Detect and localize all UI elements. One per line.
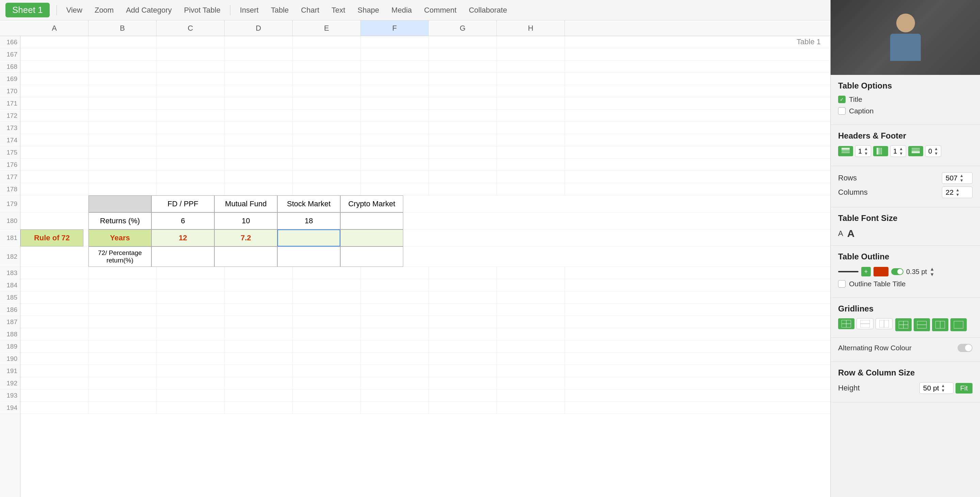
cell-189-h[interactable] [497,341,565,353]
table-header-mutualfund[interactable]: Mutual Fund [215,195,277,212]
empty-row-176[interactable] [21,159,830,171]
outline-weight-arrows[interactable]: ▲▼ [930,266,934,277]
cell-184-a[interactable] [21,279,89,292]
title-checkbox[interactable]: ✓ [838,96,846,103]
caption-checkbox[interactable] [838,107,846,115]
cell-169-c[interactable] [156,73,224,85]
cell-190-g[interactable] [429,353,497,365]
cell-184-f[interactable] [361,279,429,292]
table-formula-crypto[interactable] [340,247,403,267]
cell-184-h[interactable] [497,279,565,292]
cell-176-b[interactable] [89,159,156,171]
cell-168-h[interactable] [497,61,565,73]
cell-178-f[interactable] [361,183,429,195]
cell-167-h[interactable] [497,48,565,61]
height-value-box[interactable]: 50 pt ▲▼ [920,382,953,394]
footer-rows-value-box[interactable]: 0 ▲▼ [925,145,941,157]
cell-189-c[interactable] [156,341,224,353]
height-arrows[interactable]: ▲▼ [941,383,945,393]
cell-188-d[interactable] [224,328,293,341]
cell-174-c[interactable] [156,134,224,147]
cell-167-a[interactable] [21,48,89,61]
footer-rows-arrows[interactable]: ▲▼ [934,147,938,156]
cell-167-f[interactable] [361,48,429,61]
cell-189-e[interactable] [293,341,361,353]
table-returns-crypto[interactable] [340,212,403,229]
empty-row-174[interactable] [21,134,830,147]
cell-193-d[interactable] [224,389,293,402]
cell-176-f[interactable] [361,159,429,171]
cell-166-c[interactable] [156,36,224,48]
cell-175-d[interactable] [224,147,293,159]
data-row-179[interactable]: FD / PPF Mutual Fund Stock Market Crypto… [21,195,830,212]
cell-189-b[interactable] [89,341,156,353]
cell-187-a[interactable] [21,316,89,328]
table-header-cryptomarket[interactable]: Crypto Market [340,195,403,212]
cell-185-c[interactable] [156,292,224,304]
gl-all-btn[interactable] [838,318,854,329]
font-large-a[interactable]: A [847,228,855,239]
cell-178-h[interactable] [497,183,565,195]
gl-inner-v-btn[interactable] [932,318,948,331]
table-returns-stock[interactable]: 18 [277,212,340,229]
cell-187-e[interactable] [293,316,361,328]
cell-178-g[interactable] [429,183,497,195]
cell-189-f[interactable] [361,341,429,353]
cell-186-b[interactable] [89,304,156,316]
cell-172-h[interactable] [497,110,565,122]
cell-183-g[interactable] [429,267,497,279]
cell-166-d[interactable] [224,36,293,48]
cell-194-e[interactable] [293,402,361,414]
cell-177-a[interactable] [21,171,89,183]
cell-166-e[interactable] [293,36,361,48]
cell-176-h[interactable] [497,159,565,171]
cell-172-g[interactable] [429,110,497,122]
cell-190-c[interactable] [156,353,224,365]
cell-186-f[interactable] [361,304,429,316]
cell-170-c[interactable] [156,85,224,97]
cell-184-g[interactable] [429,279,497,292]
empty-row-190[interactable] [21,353,830,365]
cell-183-b[interactable] [89,267,156,279]
table-returns-mutual[interactable]: 10 [215,212,277,229]
table-returns-fdppf[interactable]: 6 [151,212,215,229]
cell-170-h[interactable] [497,85,565,97]
empty-row-168[interactable] [21,61,830,73]
empty-row-175[interactable] [21,147,830,159]
cell-193-e[interactable] [293,389,361,402]
empty-row-166[interactable] [21,36,830,48]
empty-row-170[interactable] [21,85,830,97]
outline-plus-btn[interactable]: + [861,267,871,276]
cell-188-b[interactable] [89,328,156,341]
toolbar-table-btn[interactable]: Table [268,5,292,16]
empty-row-187[interactable] [21,316,830,328]
table-years-crypto[interactable] [340,229,403,247]
cell-185-b[interactable] [89,292,156,304]
empty-row-169[interactable] [21,73,830,85]
table-formula-fdppf[interactable] [151,247,215,267]
cell-169-f[interactable] [361,73,429,85]
col-header-c[interactable]: C [156,21,224,36]
cell-169-g[interactable] [429,73,497,85]
cell-168-d[interactable] [224,61,293,73]
cell-177-d[interactable] [224,171,293,183]
cell-178-b[interactable] [89,183,156,195]
sheet-tab[interactable]: Sheet 1 [5,3,50,18]
data-row-180[interactable]: Returns (%) 6 10 18 [21,212,830,229]
cell-188-e[interactable] [293,328,361,341]
cell-188-c[interactable] [156,328,224,341]
col-header-g[interactable]: G [429,21,497,36]
cell-191-f[interactable] [361,365,429,377]
cell-186-h[interactable] [497,304,565,316]
cell-185-f[interactable] [361,292,429,304]
cell-167-d[interactable] [224,48,293,61]
data-row-182[interactable]: 72/ Percentage return(%) [21,247,830,267]
cell-171-c[interactable] [156,97,224,110]
cell-183-c[interactable] [156,267,224,279]
cell-182-a[interactable] [21,247,89,266]
gl-vertical-btn[interactable] [875,318,892,329]
cell-173-g[interactable] [429,122,497,134]
cell-173-a[interactable] [21,122,89,134]
cell-175-e[interactable] [293,147,361,159]
alt-row-toggle[interactable] [958,344,972,352]
